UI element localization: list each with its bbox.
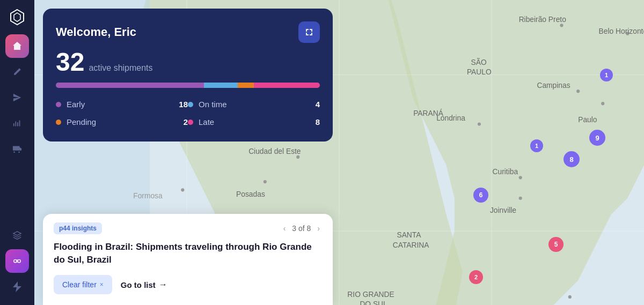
svg-point-36 bbox=[519, 176, 522, 179]
insights-next-button[interactable]: › bbox=[315, 224, 322, 233]
svg-point-28 bbox=[560, 24, 563, 27]
progress-late bbox=[254, 83, 320, 88]
main-area: Bolivia MINAS GERAIS MATO GROSSO DO SUL … bbox=[34, 0, 644, 305]
progress-pending bbox=[238, 83, 254, 88]
shipment-count-area: 32 active shipments bbox=[56, 49, 320, 75]
svg-point-44 bbox=[568, 295, 572, 299]
sidebar bbox=[0, 0, 34, 305]
count-pending: 2 bbox=[172, 117, 188, 127]
svg-point-30 bbox=[576, 90, 580, 93]
svg-text:Ribeirão Preto: Ribeirão Preto bbox=[519, 15, 567, 24]
svg-text:Campinas: Campinas bbox=[537, 81, 570, 90]
clear-filter-button[interactable]: Clear filter × bbox=[54, 275, 112, 294]
svg-point-48 bbox=[181, 188, 184, 191]
status-row-late: Late 8 bbox=[188, 115, 320, 129]
dot-pending bbox=[56, 120, 61, 125]
sidebar-item-analytics[interactable] bbox=[5, 111, 29, 135]
svg-text:Ciudad del Este: Ciudad del Este bbox=[248, 147, 301, 155]
app-logo[interactable] bbox=[6, 6, 28, 28]
cluster-2[interactable]: 2 bbox=[469, 270, 483, 284]
cluster-5[interactable]: 5 bbox=[548, 237, 564, 252]
svg-text:Joinville: Joinville bbox=[490, 206, 516, 214]
svg-marker-0 bbox=[11, 10, 24, 25]
label-late: Late bbox=[199, 117, 298, 127]
progress-ontime bbox=[204, 83, 238, 88]
label-early: Early bbox=[67, 100, 166, 109]
svg-text:SANTA: SANTA bbox=[397, 230, 421, 239]
shipment-progress-bar bbox=[56, 83, 320, 88]
status-grid: Early 18 On time 4 Pending 2 Late 8 bbox=[56, 98, 320, 129]
svg-text:Curitiba: Curitiba bbox=[493, 167, 518, 176]
insights-badge: p44 insights bbox=[54, 222, 102, 234]
count-early: 18 bbox=[172, 100, 188, 109]
svg-text:Londrina: Londrina bbox=[436, 114, 465, 122]
svg-text:Belo Horizonto: Belo Horizonto bbox=[599, 27, 644, 35]
svg-point-3 bbox=[18, 259, 20, 262]
svg-text:RIO GRANDE: RIO GRANDE bbox=[347, 290, 394, 299]
svg-text:Formosa: Formosa bbox=[133, 191, 163, 200]
sidebar-item-shipping[interactable] bbox=[5, 137, 29, 161]
goto-arrow-icon: → bbox=[159, 280, 167, 289]
svg-text:SÃO: SÃO bbox=[471, 58, 487, 66]
cluster-1[interactable]: 1 bbox=[600, 69, 613, 81]
svg-point-42 bbox=[264, 180, 267, 183]
label-pending: Pending bbox=[67, 117, 166, 127]
dot-ontime bbox=[188, 102, 193, 107]
svg-text:CATARINA: CATARINA bbox=[393, 241, 430, 249]
cluster-1b[interactable]: 1 bbox=[530, 139, 543, 152]
svg-point-32 bbox=[478, 122, 481, 125]
status-row-early: Early 18 bbox=[56, 98, 188, 111]
card-header: Welcome, Eric bbox=[56, 21, 320, 43]
count-ontime: 4 bbox=[304, 100, 320, 109]
svg-text:Posadas: Posadas bbox=[236, 190, 265, 198]
insights-prev-button[interactable]: ‹ bbox=[281, 224, 288, 233]
sidebar-item-layers[interactable] bbox=[5, 224, 29, 247]
cluster-9[interactable]: 9 bbox=[589, 130, 605, 146]
svg-text:DO SUL: DO SUL bbox=[360, 300, 387, 305]
insights-title: Flooding in Brazil: Shipments traveling … bbox=[54, 241, 322, 266]
progress-early bbox=[56, 83, 204, 88]
insights-card: p44 insights ‹ 3 of 8 › Flooding in Braz… bbox=[43, 214, 333, 305]
welcome-title: Welcome, Eric bbox=[56, 25, 136, 39]
cluster-8[interactable]: 8 bbox=[564, 151, 580, 167]
status-row-pending: Pending 2 bbox=[56, 115, 188, 129]
sidebar-item-send[interactable] bbox=[5, 86, 29, 109]
shipment-label: active shipments bbox=[89, 63, 152, 73]
svg-point-2 bbox=[14, 259, 17, 262]
svg-text:DO SUL: DO SUL bbox=[436, 0, 464, 2]
insights-header: p44 insights ‹ 3 of 8 › bbox=[54, 222, 322, 234]
dashboard-card: Welcome, Eric 32 active shipments Early … bbox=[43, 9, 333, 142]
svg-point-40 bbox=[296, 155, 299, 159]
sidebar-item-integrations[interactable] bbox=[5, 249, 29, 273]
svg-text:PAULO: PAULO bbox=[467, 68, 492, 76]
svg-marker-1 bbox=[14, 13, 20, 21]
cluster-6[interactable]: 6 bbox=[473, 188, 488, 203]
clear-filter-label: Clear filter bbox=[62, 280, 97, 289]
status-row-ontime: On time 4 bbox=[188, 98, 320, 111]
count-late: 8 bbox=[304, 117, 320, 127]
svg-text:Paulo: Paulo bbox=[578, 115, 597, 124]
svg-point-38 bbox=[519, 197, 522, 200]
clear-x-icon: × bbox=[100, 281, 104, 288]
goto-list-label: Go to list bbox=[121, 280, 156, 289]
svg-point-34 bbox=[601, 102, 604, 105]
dot-early bbox=[56, 102, 61, 107]
goto-list-button[interactable]: Go to list → bbox=[121, 276, 167, 294]
sidebar-item-edit[interactable] bbox=[5, 60, 29, 84]
insights-actions: Clear filter × Go to list → bbox=[54, 275, 322, 294]
sidebar-item-home[interactable] bbox=[5, 34, 29, 58]
label-ontime: On time bbox=[199, 100, 298, 109]
dot-late bbox=[188, 120, 193, 125]
sidebar-item-lightning[interactable] bbox=[5, 275, 29, 299]
insights-nav: ‹ 3 of 8 › bbox=[281, 224, 322, 233]
shipment-number: 32 bbox=[56, 49, 84, 75]
expand-button[interactable] bbox=[298, 21, 320, 43]
insights-page: 3 of 8 bbox=[292, 224, 311, 233]
